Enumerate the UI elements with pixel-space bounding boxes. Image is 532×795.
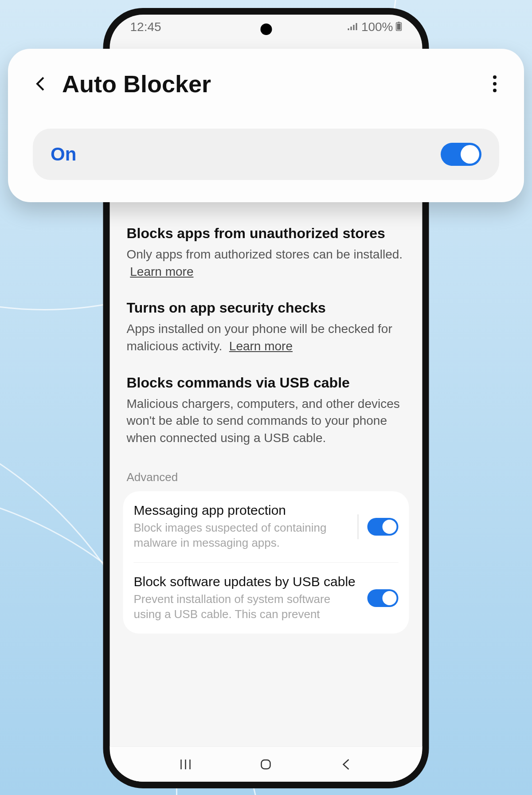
section-title: Blocks apps from unauthorized stores [127, 225, 406, 242]
section-title: Turns on app security checks [127, 300, 406, 316]
svg-rect-2 [398, 22, 400, 23]
toggle-messaging-protection[interactable] [368, 518, 399, 536]
master-toggle-row[interactable]: On [33, 129, 499, 180]
signal-icon [347, 20, 359, 34]
page-title: Auto Blocker [62, 70, 480, 98]
section-body: Apps installed on your phone will be che… [127, 321, 406, 355]
advanced-card: Messaging app protection Block images su… [123, 491, 409, 633]
learn-more-link[interactable]: Learn more [229, 339, 293, 353]
advanced-label: Advanced [123, 457, 409, 491]
master-toggle[interactable] [441, 143, 481, 166]
header-card: Auto Blocker On [8, 49, 524, 202]
section-app-security: Turns on app security checks Apps instal… [123, 291, 409, 365]
section-body: Malicious chargers, computers, and other… [127, 396, 406, 447]
toggle-block-usb-updates[interactable] [368, 589, 399, 607]
svg-rect-3 [262, 760, 270, 769]
section-title: Blocks commands via USB cable [127, 375, 406, 391]
section-body: Only apps from authorized stores can be … [127, 246, 406, 280]
section-usb-commands: Blocks commands via USB cable Malicious … [123, 366, 409, 458]
recents-icon[interactable] [179, 758, 192, 771]
status-right: 100% [347, 20, 402, 34]
master-toggle-label: On [51, 144, 76, 165]
option-subtitle: Block images suspected of containing mal… [134, 521, 349, 551]
status-time: 12:45 [130, 20, 161, 34]
divider [358, 514, 359, 539]
option-title: Block software updates by USB cable [134, 574, 359, 589]
section-unauthorized-stores: Blocks apps from unauthorized stores Onl… [123, 216, 409, 291]
home-icon[interactable] [259, 758, 273, 771]
option-block-usb-updates[interactable]: Block software updates by USB cable Prev… [123, 563, 409, 634]
battery-icon [396, 20, 402, 34]
back-icon[interactable] [340, 758, 353, 771]
option-subtitle: Prevent installation of system software … [134, 592, 359, 622]
camera-hole [260, 23, 272, 35]
back-arrow-icon[interactable] [33, 76, 49, 92]
option-messaging-protection[interactable]: Messaging app protection Block images su… [123, 491, 409, 562]
more-options-icon[interactable] [493, 75, 499, 92]
nav-bar [110, 746, 422, 782]
svg-rect-1 [397, 23, 401, 30]
battery-percent: 100% [361, 20, 393, 34]
option-title: Messaging app protection [134, 503, 349, 518]
learn-more-link[interactable]: Learn more [130, 265, 193, 278]
